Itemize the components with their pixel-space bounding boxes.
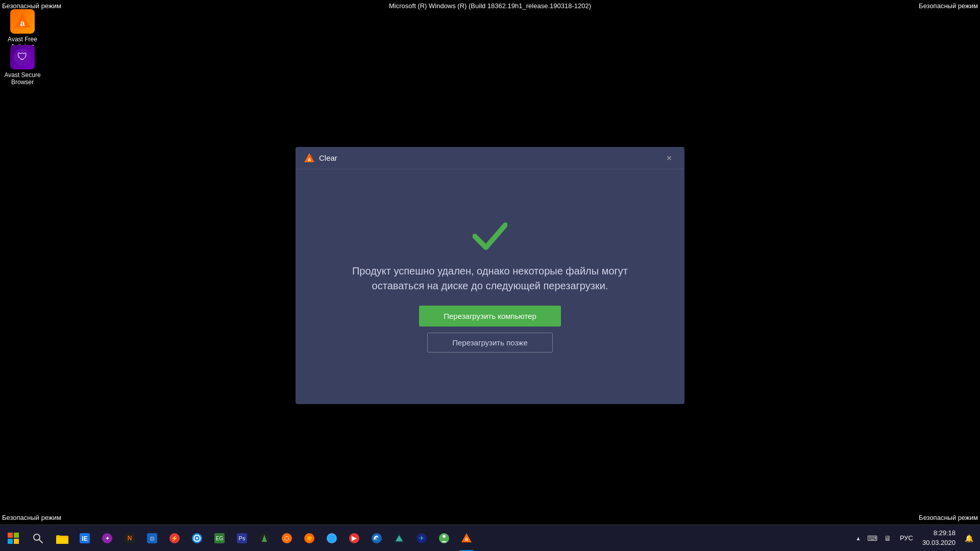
desktop-icon-avast-secure[interactable]: 🛡 Avast Secure Browser bbox=[2, 43, 43, 88]
modal-dialog: a Clear × Продукт успешно удален, однако… bbox=[296, 147, 684, 404]
action-center-icon[interactable]: 🔔 bbox=[962, 531, 976, 545]
svg-text:▶: ▶ bbox=[352, 534, 357, 542]
success-checkmark bbox=[473, 221, 507, 252]
taskbar-icon-9[interactable] bbox=[253, 525, 276, 552]
svg-text:✦: ✦ bbox=[105, 535, 110, 541]
svg-text:🌐: 🌐 bbox=[328, 535, 335, 542]
start-button[interactable] bbox=[0, 525, 27, 552]
clock-date: 30.03.2020 bbox=[922, 538, 955, 547]
svg-text:⚡: ⚡ bbox=[171, 535, 178, 542]
svg-point-50 bbox=[443, 535, 446, 538]
taskbar-icon-1[interactable]: IE bbox=[74, 525, 96, 552]
svg-text:✈: ✈ bbox=[419, 535, 424, 542]
restart-later-button[interactable]: Перезагрузить позже bbox=[427, 333, 553, 353]
desktop: Безопасный режим Безопасный режим Безопа… bbox=[0, 0, 980, 551]
tray-icons: ⌨ 🖥 bbox=[865, 531, 895, 545]
svg-point-38 bbox=[308, 537, 310, 539]
avast-secure-icon: 🛡 bbox=[10, 45, 35, 69]
taskbar-icon-17[interactable] bbox=[433, 525, 455, 552]
avast-secure-label: Avast Secure Browser bbox=[4, 71, 40, 86]
safe-mode-bottom-left: Безопасный режим bbox=[2, 514, 61, 521]
modal-body: Продукт успешно удален, однако некоторые… bbox=[296, 169, 684, 404]
svg-text:🛡: 🛡 bbox=[17, 51, 28, 62]
taskbar-icon-8[interactable]: Ps bbox=[231, 525, 253, 552]
svg-text:N: N bbox=[128, 535, 132, 542]
svg-text:a: a bbox=[308, 157, 311, 162]
taskbar-icon-15[interactable] bbox=[388, 525, 410, 552]
modal-header: a Clear × bbox=[296, 147, 684, 169]
taskbar-icon-4[interactable]: ⊡ bbox=[141, 525, 163, 552]
svg-rect-7 bbox=[14, 533, 19, 538]
modal-message: Продукт успешно удален, однако некоторые… bbox=[352, 264, 628, 293]
taskbar-right-area: ▲ ⌨ 🖥 РУС 8:29:18 30.03.2020 🔔 bbox=[853, 529, 980, 547]
svg-text:🌊: 🌊 bbox=[373, 535, 380, 542]
tray-expand-button[interactable]: ▲ bbox=[853, 535, 863, 541]
search-button[interactable] bbox=[27, 525, 49, 552]
svg-point-27 bbox=[196, 537, 198, 539]
svg-rect-9 bbox=[14, 539, 19, 544]
clock-area[interactable]: 8:29:18 30.03.2020 bbox=[918, 529, 960, 547]
taskbar-icon-avast[interactable]: a bbox=[455, 525, 478, 552]
taskbar-icon-2[interactable]: ✦ bbox=[96, 525, 118, 552]
svg-text:⊡: ⊡ bbox=[150, 536, 154, 541]
taskbar-icon-13[interactable]: ▶ bbox=[343, 525, 365, 552]
modal-overlay: a Clear × Продукт успешно удален, однако… bbox=[0, 0, 980, 551]
clock-time: 8:29:18 bbox=[934, 529, 955, 538]
taskbar-icon-16[interactable]: ✈ bbox=[410, 525, 433, 552]
svg-text:IE: IE bbox=[82, 535, 87, 542]
restart-now-button[interactable]: Перезагрузить компьютер bbox=[419, 306, 561, 327]
svg-rect-8 bbox=[8, 539, 13, 544]
svg-line-11 bbox=[39, 540, 42, 543]
taskbar-icon-3[interactable]: N bbox=[118, 525, 141, 552]
taskbar-icon-10[interactable]: ⬡ bbox=[276, 525, 298, 552]
safe-mode-top-right: Безопасный режим bbox=[919, 2, 978, 10]
safe-mode-bottom-right: Безопасный режим bbox=[919, 514, 978, 521]
windows-version: Microsoft (R) Windows (R) (Build 18362.1… bbox=[389, 2, 591, 10]
taskbar-icon-7[interactable]: EG bbox=[208, 525, 231, 552]
svg-text:Ps: Ps bbox=[239, 535, 246, 541]
tray-display-icon[interactable]: 🖥 bbox=[880, 531, 895, 545]
svg-rect-14 bbox=[56, 538, 68, 544]
svg-text:⬡: ⬡ bbox=[284, 535, 289, 541]
avast-free-icon: a bbox=[10, 9, 35, 34]
taskbar-icon-6[interactable] bbox=[186, 525, 208, 552]
svg-text:a: a bbox=[465, 536, 468, 542]
taskbar-app-icons: IE ✦ N ⊡ bbox=[49, 525, 853, 552]
modal-title: Clear bbox=[319, 154, 662, 162]
language-indicator[interactable]: РУС bbox=[897, 534, 916, 542]
modal-close-button[interactable]: × bbox=[662, 151, 676, 165]
svg-point-10 bbox=[34, 534, 40, 540]
taskbar-icon-12[interactable]: 🌐 bbox=[321, 525, 343, 552]
avast-clear-logo-icon: a bbox=[304, 153, 315, 164]
taskbar-file-explorer[interactable] bbox=[51, 525, 74, 552]
taskbar-icon-14[interactable]: 🌊 bbox=[365, 525, 388, 552]
taskbar: IE ✦ N ⊡ bbox=[0, 524, 980, 551]
svg-rect-6 bbox=[8, 533, 13, 538]
taskbar-icon-11[interactable] bbox=[298, 525, 321, 552]
svg-text:a: a bbox=[20, 19, 25, 28]
taskbar-icon-5[interactable]: ⚡ bbox=[163, 525, 186, 552]
tray-keyboard-icon[interactable]: ⌨ bbox=[865, 531, 879, 545]
modal-buttons: Перезагрузить компьютер Перезагрузить по… bbox=[326, 306, 654, 353]
svg-text:EG: EG bbox=[216, 536, 224, 541]
